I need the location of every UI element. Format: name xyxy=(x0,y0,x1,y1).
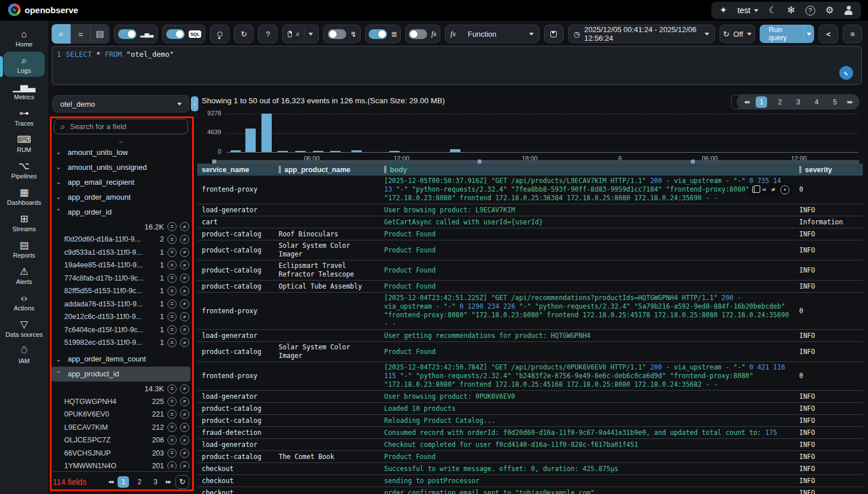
field-chevron-icon[interactable]: ⌄ xyxy=(55,148,62,156)
log-table-row[interactable]: load-generator User browsing product: L9… xyxy=(197,204,863,216)
sidebar-item-home[interactable]: ⌂ Home xyxy=(3,25,45,50)
user-avatar-icon[interactable] xyxy=(844,6,853,15)
trend-chart-tab[interactable]: ≈ xyxy=(71,24,90,44)
interesting-fields-tab[interactable]: ▤ xyxy=(90,24,110,44)
not-equals-filter-icon[interactable]: ≠ xyxy=(771,185,775,194)
pager-last-icon[interactable]: ▶▶ xyxy=(847,100,853,104)
equals-filter-icon[interactable]: = xyxy=(167,461,177,469)
app_product_id[interactable]: ⌃ app_product_id xyxy=(52,367,190,382)
not-equals-filter-icon[interactable]: ≠ xyxy=(180,423,189,432)
field-value-row[interactable]: 20e12c6c-d153-11f0-9... 1 = ≠ xyxy=(52,310,190,324)
log-table-row[interactable]: product-catalog Roof Binoculars Product … xyxy=(197,228,863,240)
field-value-row[interactable]: OLJCESPC7Z 206 = ≠ xyxy=(52,434,190,447)
equals-filter-icon[interactable]: = xyxy=(167,449,177,458)
not-equals-filter-icon[interactable]: ≠ xyxy=(180,435,189,445)
equals-filter-icon[interactable]: = xyxy=(167,274,177,283)
equals-filter-icon[interactable]: = xyxy=(167,435,177,445)
field-value-row[interactable]: 19a4ee85-d154-11f0-9... 1 = ≠ xyxy=(52,259,190,272)
reset-filters-button[interactable]: ↻ xyxy=(234,25,253,43)
header-severity[interactable]: severity xyxy=(795,164,863,176)
app_order_amount[interactable]: ⌄ app_order_amount xyxy=(52,189,190,204)
log-table-row[interactable]: checkout order confirmation email sent t… xyxy=(197,487,863,494)
log-table-row[interactable]: frontend-proxy [2025-12-04T23:42:51.225Z… xyxy=(197,293,863,330)
histogram-bar[interactable] xyxy=(295,151,306,152)
sidebar-item-reports[interactable]: ▤ Reports xyxy=(3,236,45,262)
ai-sparkle-icon[interactable]: ✦ xyxy=(780,185,789,195)
field-chevron-icon[interactable]: ⌄ xyxy=(55,163,62,171)
share-button[interactable]: < xyxy=(819,25,838,43)
log-table-row[interactable]: product-catalog The Comet Book Product F… xyxy=(197,451,863,463)
field-chevron-icon[interactable]: ⌄ xyxy=(55,178,62,186)
log-table-row[interactable]: fraud-detection Consumed record with ord… xyxy=(197,427,863,439)
not-equals-filter-icon[interactable]: ≠ xyxy=(180,248,189,257)
sidebar-item-data-sources[interactable]: ▽ Data sources xyxy=(3,316,45,341)
sql-mode-toggle-button[interactable]: SQL xyxy=(162,25,206,43)
equals-filter-icon[interactable]: = xyxy=(167,384,177,394)
equals-filter-icon[interactable]: = xyxy=(167,325,177,334)
field-value-row[interactable]: 7c6404ce-d15f-11f0-9c... 1 = ≠ xyxy=(52,324,190,337)
log-table-row[interactable]: cart GetCartAsync called with userId={us… xyxy=(197,216,863,228)
sidebar-item-metrics[interactable]: ▁▅▃ Metrics xyxy=(3,78,45,103)
equals-filter-icon[interactable]: = xyxy=(167,299,177,309)
help-icon[interactable]: ? xyxy=(806,6,815,15)
ai-sparkle-icon[interactable]: ✦ xyxy=(720,6,727,15)
histogram-bar[interactable] xyxy=(277,151,288,152)
run-query-dropdown[interactable] xyxy=(803,25,814,43)
fields-page-button[interactable]: 2 xyxy=(134,476,145,488)
histogram-bar[interactable] xyxy=(351,150,362,152)
results-page-button[interactable]: 2 xyxy=(774,96,785,108)
copy-icon[interactable] xyxy=(752,186,757,193)
more-menu-button[interactable]: ≡ xyxy=(843,25,862,43)
wrap-lines-toggle-button[interactable]: ≣ xyxy=(365,25,401,43)
histogram-chart[interactable] xyxy=(226,114,858,153)
log-table-row[interactable]: load-generator Checkout completed for us… xyxy=(197,439,863,451)
time-range-picker[interactable]: ◷ 2025/12/05 00:41:24 - 2025/12/06 12:56… xyxy=(568,25,715,43)
field-value-row[interactable]: addada76-d153-11f0-9... 1 = ≠ xyxy=(52,298,190,311)
not-equals-filter-icon[interactable]: ≠ xyxy=(180,338,189,347)
equals-filter-icon[interactable]: = xyxy=(167,312,177,321)
sidebar-item-iam[interactable]: ⍥ IAM xyxy=(3,342,45,367)
log-table-row[interactable]: frontend-proxy [2025-12-04T23:42:50.784Z… xyxy=(197,362,863,391)
fields-page-button[interactable]: 3 xyxy=(150,476,161,488)
field-value-row[interactable]: HQTGWGPNH4 225 = ≠ xyxy=(52,395,190,409)
run-query-button[interactable]: Run query xyxy=(760,25,814,43)
sidebar-item-alerts[interactable]: ⚠ Alerts xyxy=(3,263,45,288)
equals-filter-icon[interactable]: = xyxy=(167,235,177,244)
field-search-input[interactable] xyxy=(70,122,182,131)
settings-gear-icon[interactable]: ⚙ xyxy=(826,6,834,15)
log-table-row[interactable]: load-generator User browsing product: 0P… xyxy=(197,391,863,403)
equals-filter-icon[interactable]: = xyxy=(167,410,177,419)
sql-query-text[interactable]: SELECT * FROM "otel_demo" xyxy=(66,50,174,59)
sql-mode-toggle[interactable] xyxy=(166,29,185,39)
slack-icon[interactable]: ✻ xyxy=(787,6,795,15)
wrap-toggle[interactable] xyxy=(369,29,387,39)
histogram-toggle-button[interactable]: ▂▅▃ xyxy=(114,25,158,43)
log-table-row[interactable]: product-catalog Reloading Product Catalo… xyxy=(197,415,863,427)
equals-filter-icon[interactable]: = xyxy=(763,185,767,194)
sidebar-item-pipelines[interactable]: ⌥ Pipelines xyxy=(3,157,45,182)
quick-mode-toggle[interactable] xyxy=(328,29,346,39)
field-value-row[interactable]: 0PUK6V6EV0 221 = ≠ xyxy=(52,408,190,421)
not-equals-filter-icon[interactable]: ≠ xyxy=(180,260,189,270)
log-table-row[interactable]: product-catalog Solar System Color Image… xyxy=(197,240,863,260)
editor-expand-button[interactable]: ↔ xyxy=(839,66,853,80)
pager-first-icon[interactable]: ◀◀ xyxy=(744,100,749,104)
stream-select[interactable]: otel_demo xyxy=(53,95,189,112)
not-equals-filter-icon[interactable]: ≠ xyxy=(180,397,189,406)
histogram-bar[interactable] xyxy=(330,151,341,152)
log-table-row[interactable]: checkout sending to postProcessor = ≠ ✦ … xyxy=(197,475,863,487)
log-table-row[interactable]: load-generator User getting recommendati… xyxy=(197,330,863,342)
histogram-bar[interactable] xyxy=(450,149,460,152)
auto-refresh-select[interactable]: ↻ Off xyxy=(720,25,755,43)
results-page-button[interactable]: 4 xyxy=(811,96,822,108)
sidebar-item-streams[interactable]: ⊞ Streams xyxy=(3,210,45,235)
fields-page-button[interactable]: 1 xyxy=(118,476,129,488)
app_order_id[interactable]: ⌃ app_order_id xyxy=(52,204,190,219)
app_order_items_count[interactable]: ⌄ app_order_items_count xyxy=(52,352,190,367)
log-table-row[interactable]: product-catalog Optical Tube Assembly Pr… xyxy=(197,281,863,293)
sidebar-item-actions[interactable]: ‹› Actions xyxy=(3,289,45,314)
results-page-button[interactable]: 3 xyxy=(792,96,804,108)
field-chevron-icon[interactable]: ⌄ xyxy=(55,193,62,201)
header-app-product-name[interactable]: app_product_name xyxy=(274,164,380,176)
not-equals-filter-icon[interactable]: ≠ xyxy=(180,461,189,469)
